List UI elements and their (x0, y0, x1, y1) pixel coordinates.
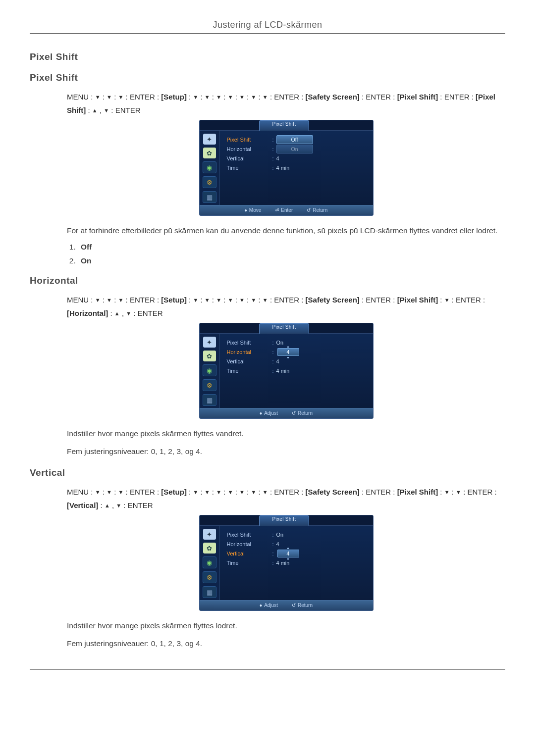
osd-value: Off (276, 135, 313, 144)
osd-value: 4 (276, 155, 279, 161)
osd-footer-adjust: ♦Adjust (260, 410, 278, 416)
picture-icon: ✿ (203, 543, 216, 554)
osd-value: 4 (277, 550, 299, 557)
sound-icon: ◉ (203, 556, 216, 568)
option-on: On (78, 256, 505, 265)
multi-icon: ▥ (203, 394, 216, 406)
nav-path-pixel-shift: MENU : : : : ENTER : [Setup] : : : : : :… (67, 90, 505, 117)
subsection-title-horizontal: Horizontal (30, 275, 505, 286)
osd-row-horizontal[interactable]: Horizontal: ▲ 4 ▼ (227, 347, 367, 356)
osd-label: Pixel Shift (227, 340, 272, 346)
osd-value: 4 min (276, 165, 290, 171)
setup-icon: ⚙ (203, 379, 216, 391)
page-header: Justering af LCD-skărmen (30, 20, 505, 34)
picture-icon: ✿ (203, 351, 216, 361)
osd-footer-return: ↺Return (307, 207, 327, 213)
osd-label: Horizontal (227, 541, 272, 547)
setup-icon: ⚙ (203, 571, 216, 583)
nav-path-vertical: MENU : : : : ENTER : [Setup] : : : : : :… (67, 485, 505, 512)
osd-value: 4 (277, 348, 299, 356)
osd-value: 4 min (276, 368, 290, 374)
osd-label: Vertical (227, 551, 272, 556)
osd-value: On (276, 532, 284, 538)
osd-tab-label: Pixel Shift (259, 323, 310, 334)
multi-icon: ▥ (203, 191, 216, 203)
osd-label: Vertical (227, 358, 272, 364)
osd-footer-move: ♦Move (245, 207, 262, 213)
osd-panel-vertical: Pixel Shift ✦ ✿ ◉ ⚙ ▥ Pixel Shift: On (199, 515, 374, 611)
osd-label: Time (227, 560, 272, 566)
multi-icon: ▥ (203, 586, 216, 598)
osd-label: Horizontal (227, 146, 272, 152)
section-title-pixel-shift: Pixel Shift (30, 51, 505, 62)
setup-icon: ⚙ (203, 176, 216, 188)
vertical-levels: Fem justeringsniveauer: 0, 1, 2, 3, og 4… (67, 638, 505, 650)
osd-panel-pixel-shift: Pixel Shift ✦ ✿ ◉ ⚙ ▥ Pixel Shift : Off (199, 120, 374, 216)
input-icon: ✦ (203, 529, 216, 540)
sound-icon: ◉ (203, 364, 216, 376)
osd-sidebar-icons: ✦ ✿ ◉ ⚙ ▥ (200, 131, 220, 205)
osd-row-time[interactable]: Time: 4 min (227, 366, 367, 375)
osd-spinner[interactable]: ▲ 4 ▼ (276, 546, 300, 561)
osd-panel-horizontal: Pixel Shift ✦ ✿ ◉ ⚙ ▥ Pixel Shift: On (199, 323, 374, 419)
osd-label: Time (227, 368, 272, 374)
input-icon: ✦ (203, 134, 216, 145)
osd-row-horizontal[interactable]: Horizontal : On (227, 144, 367, 153)
osd-row-vertical[interactable]: Vertical : 4 (227, 153, 367, 163)
osd-value: 4 (276, 358, 279, 364)
chevron-up-icon[interactable]: ▲ (286, 546, 290, 550)
horizontal-levels: Fem justeringsniveauer: 0, 1, 2, 3, og 4… (67, 446, 505, 457)
osd-row-time[interactable]: Time : 4 min (227, 163, 367, 172)
subsection-title-pixel-shift: Pixel Shift (30, 72, 505, 83)
osd-label: Horizontal (227, 349, 272, 355)
osd-spinner[interactable]: ▲ 4 ▼ (276, 345, 300, 359)
osd-footer-return: ↺Return (292, 603, 313, 608)
vertical-description: Indstiller hvor mange pixels skărmen fly… (67, 620, 505, 632)
osd-label: Pixel Shift (227, 532, 272, 538)
osd-row-vertical[interactable]: Vertical: ▲ 4 ▼ (227, 549, 367, 558)
chevron-down-icon[interactable]: ▼ (286, 356, 290, 359)
osd-label: Time (227, 165, 272, 171)
osd-label: Pixel Shift (227, 137, 272, 143)
input-icon: ✦ (203, 337, 216, 348)
chevron-up-icon[interactable]: ▲ (286, 345, 290, 348)
osd-label: Vertical (227, 155, 272, 161)
pixel-shift-description: For at forhindre efterbilleder pŭ skărme… (67, 225, 505, 237)
sound-icon: ◉ (203, 161, 216, 173)
osd-footer-adjust: ♦Adjust (260, 603, 278, 608)
picture-icon: ✿ (203, 148, 216, 158)
osd-row-pixel-shift[interactable]: Pixel Shift: On (227, 530, 367, 539)
pixel-shift-options: Off On (67, 243, 505, 265)
osd-footer-enter: ⏎Enter (275, 207, 293, 213)
osd-footer-return: ↺Return (292, 410, 313, 416)
osd-value: On (276, 145, 313, 153)
nav-path-horizontal: MENU : : : : ENTER : [Setup] : : : : : :… (67, 293, 505, 320)
osd-value: 4 min (276, 560, 290, 566)
osd-sidebar-icons: ✦ ✿ ◉ ⚙ ▥ (200, 334, 220, 408)
osd-tab-label: Pixel Shift (259, 515, 310, 526)
osd-tab-label: Pixel Shift (259, 120, 310, 131)
osd-row-pixel-shift[interactable]: Pixel Shift : Off (227, 135, 367, 144)
osd-sidebar-icons: ✦ ✿ ◉ ⚙ ▥ (200, 526, 220, 600)
footer-rule (30, 669, 505, 670)
horizontal-description: Indstiller hvor mange pixels skărmen fly… (67, 428, 505, 440)
subsection-title-vertical: Vertical (30, 467, 505, 478)
option-off: Off (78, 243, 505, 252)
